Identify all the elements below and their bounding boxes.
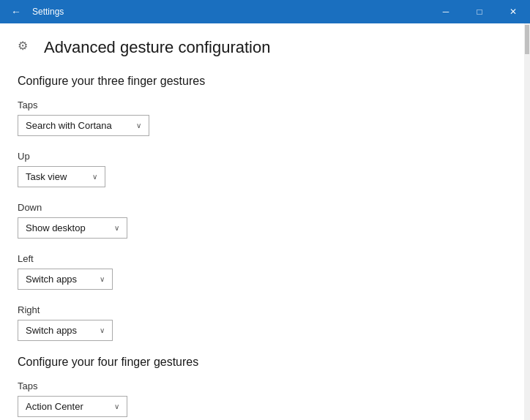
- four-taps-label: Taps: [18, 380, 507, 391]
- up-chevron-icon: ∨: [92, 173, 97, 181]
- down-group: Down Show desktop ∨: [18, 202, 507, 239]
- right-group: Right Switch apps ∨: [18, 304, 507, 341]
- main-content: ⚙ Advanced gesture configuration Configu…: [0, 23, 524, 420]
- page-header: ⚙ Advanced gesture configuration: [18, 38, 507, 57]
- right-label: Right: [18, 304, 507, 315]
- down-dropdown[interactable]: Show desktop ∨: [18, 217, 127, 239]
- up-label: Up: [18, 151, 507, 162]
- four-finger-section: Configure your four finger gestures Taps…: [18, 356, 507, 417]
- left-label: Left: [18, 253, 507, 264]
- four-taps-dropdown[interactable]: Action Center ∨: [18, 396, 127, 417]
- minimize-button[interactable]: ─: [429, 0, 463, 23]
- up-value: Task view: [26, 171, 67, 182]
- gear-icon: ⚙: [18, 39, 35, 56]
- four-taps-group: Taps Action Center ∨: [18, 380, 507, 417]
- scrollbar[interactable]: [524, 23, 530, 420]
- taps-dropdown[interactable]: Search with Cortana ∨: [18, 115, 149, 136]
- left-chevron-icon: ∨: [100, 275, 105, 283]
- right-dropdown[interactable]: Switch apps ∨: [18, 320, 113, 341]
- scrollbar-thumb[interactable]: [525, 25, 529, 54]
- close-button[interactable]: ✕: [496, 0, 530, 23]
- title-bar-left: ← Settings: [6, 1, 64, 22]
- down-chevron-icon: ∨: [114, 224, 119, 232]
- four-finger-heading: Configure your four finger gestures: [18, 356, 507, 369]
- up-group: Up Task view ∨: [18, 151, 507, 187]
- four-taps-value: Action Center: [26, 401, 83, 412]
- four-taps-chevron-icon: ∨: [114, 402, 119, 410]
- taps-label: Taps: [18, 100, 507, 110]
- page-title: Advanced gesture configuration: [44, 38, 270, 57]
- back-button[interactable]: ←: [6, 1, 26, 22]
- up-dropdown[interactable]: Task view ∨: [18, 166, 105, 187]
- left-dropdown[interactable]: Switch apps ∨: [18, 269, 113, 290]
- content-area: ⚙ Advanced gesture configuration Configu…: [0, 23, 530, 420]
- taps-chevron-icon: ∨: [136, 121, 141, 130]
- settings-window: ← Settings ─ □ ✕ ⚙ Advanced gesture conf…: [0, 0, 530, 420]
- title-bar-title: Settings: [32, 7, 64, 17]
- title-bar-controls: ─ □ ✕: [429, 0, 530, 23]
- left-value: Switch apps: [26, 274, 77, 285]
- down-value: Show desktop: [26, 222, 86, 233]
- left-group: Left Switch apps ∨: [18, 253, 507, 290]
- down-label: Down: [18, 202, 507, 213]
- right-chevron-icon: ∨: [100, 326, 105, 334]
- title-bar: ← Settings ─ □ ✕: [0, 0, 530, 23]
- maximize-button[interactable]: □: [463, 0, 496, 23]
- right-value: Switch apps: [26, 325, 77, 336]
- three-finger-section: Configure your three finger gestures Tap…: [18, 75, 507, 341]
- taps-group: Taps Search with Cortana ∨: [18, 100, 507, 136]
- three-finger-heading: Configure your three finger gestures: [18, 75, 507, 88]
- taps-value: Search with Cortana: [26, 120, 112, 131]
